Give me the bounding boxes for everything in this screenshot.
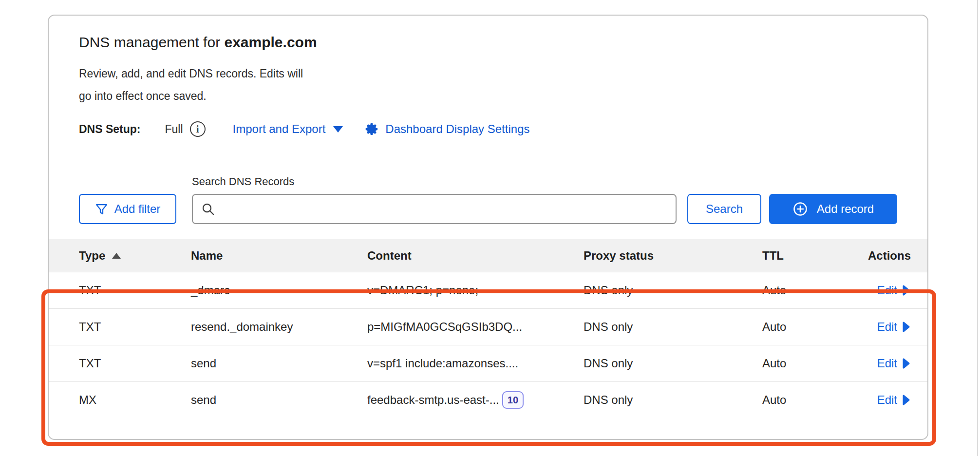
card-header-section: DNS management for example.com Review, a…: [49, 33, 927, 224]
edit-record-button[interactable]: Edit: [877, 320, 911, 334]
edit-record-button[interactable]: Edit: [877, 357, 911, 370]
column-header-ttl[interactable]: TTL: [762, 249, 848, 263]
dns-records-body: TXT _dmarc v=DMARC1; p=none; DNS only Au…: [49, 272, 927, 418]
edit-label: Edit: [877, 320, 897, 334]
table-header-row: Type Name Content Proxy status TTL Actio…: [49, 239, 927, 272]
page-subtitle: Review, add, and edit DNS records. Edits…: [79, 62, 927, 107]
table-row: TXT send v=spf1 include:amazonses.... DN…: [49, 345, 927, 381]
record-proxy-status-cell: DNS only: [584, 393, 762, 407]
dns-setup-value: Full: [165, 123, 183, 136]
column-header-name[interactable]: Name: [191, 249, 367, 263]
info-icon[interactable]: i: [190, 121, 206, 137]
dns-setup-row: DNS Setup: Full i Import and Export Dash…: [79, 120, 927, 138]
add-filter-button[interactable]: Add filter: [79, 194, 176, 224]
record-content-text: feedback-smtp.us-east-...: [367, 393, 499, 407]
record-proxy-status-cell: DNS only: [584, 357, 762, 370]
edit-record-button[interactable]: Edit: [877, 284, 911, 297]
chevron-right-icon: [902, 358, 911, 369]
record-name-cell: send: [191, 357, 367, 370]
dns-management-page: DNS management for example.com Review, a…: [0, 0, 980, 456]
column-header-type-label: Type: [79, 249, 105, 263]
page-title: DNS management for example.com: [79, 33, 927, 52]
record-content-cell: feedback-smtp.us-east-... 10: [367, 391, 584, 409]
import-export-label: Import and Export: [233, 122, 326, 136]
record-type-cell: TXT: [49, 357, 191, 370]
record-ttl-cell: Auto: [762, 284, 848, 297]
chevron-right-icon: [902, 285, 911, 296]
edit-label: Edit: [877, 284, 897, 297]
page-title-domain: example.com: [224, 34, 317, 50]
mx-priority-badge: 10: [502, 391, 524, 409]
search-button[interactable]: Search: [687, 194, 761, 224]
record-content-text: v=spf1 include:amazonses....: [367, 357, 518, 370]
record-proxy-status-cell: DNS only: [584, 320, 762, 334]
record-actions-cell: Edit: [877, 393, 927, 407]
chevron-right-icon: [902, 394, 911, 406]
page-title-prefix: DNS management for: [79, 34, 224, 50]
edit-record-button[interactable]: Edit: [877, 393, 911, 407]
chevron-right-icon: [902, 321, 911, 333]
page-edge-divider: [977, 0, 978, 456]
record-content-cell: v=DMARC1; p=none;: [367, 284, 584, 297]
record-ttl-cell: Auto: [762, 320, 848, 334]
search-box: [192, 194, 677, 224]
record-ttl-cell: Auto: [762, 393, 848, 407]
record-actions-cell: Edit: [877, 320, 927, 334]
record-content-text: v=DMARC1; p=none;: [367, 284, 478, 297]
dashboard-display-settings-link[interactable]: Dashboard Display Settings: [385, 122, 529, 136]
record-proxy-status-cell: DNS only: [584, 284, 762, 297]
chevron-down-icon: [333, 126, 343, 133]
record-actions-cell: Edit: [877, 284, 927, 297]
dns-management-card: DNS management for example.com Review, a…: [48, 15, 928, 440]
record-ttl-cell: Auto: [762, 357, 848, 370]
plus-circle-icon: [792, 201, 808, 217]
dns-setup-label: DNS Setup:: [79, 123, 141, 136]
add-filter-label: Add filter: [114, 202, 161, 216]
record-type-cell: TXT: [49, 284, 191, 297]
gear-icon: [364, 122, 379, 136]
table-row: TXT resend._domainkey p=MIGfMA0GCSqGSIb3…: [49, 308, 927, 345]
subtitle-line-2: go into effect once saved.: [79, 85, 927, 107]
record-name-cell: resend._domainkey: [191, 320, 367, 334]
sort-ascending-icon: [112, 253, 121, 259]
column-header-actions: Actions: [868, 249, 927, 263]
subtitle-line-1: Review, add, and edit DNS records. Edits…: [79, 62, 927, 85]
search-icon: [201, 202, 215, 216]
filter-funnel-icon: [95, 203, 108, 216]
search-records-label: Search DNS Records: [192, 175, 927, 188]
table-row: MX send feedback-smtp.us-east-... 10 DNS…: [49, 381, 927, 418]
record-name-cell: send: [191, 393, 367, 407]
record-name-cell: _dmarc: [191, 284, 367, 297]
table-controls-row: Add filter Search Add r: [79, 194, 927, 224]
table-row: TXT _dmarc v=DMARC1; p=none; DNS only Au…: [49, 272, 927, 308]
import-export-dropdown[interactable]: Import and Export: [233, 122, 343, 136]
record-type-cell: MX: [49, 393, 191, 407]
record-actions-cell: Edit: [877, 357, 927, 370]
edit-label: Edit: [877, 393, 897, 407]
dns-records-table: Type Name Content Proxy status TTL Actio…: [49, 239, 927, 418]
add-record-label: Add record: [817, 202, 874, 216]
column-header-type[interactable]: Type: [49, 249, 191, 263]
add-record-button[interactable]: Add record: [769, 194, 897, 224]
record-type-cell: TXT: [49, 320, 191, 334]
edit-label: Edit: [877, 357, 897, 370]
column-header-content[interactable]: Content: [367, 249, 584, 263]
record-content-cell: p=MIGfMA0GCSqGSIb3DQ...: [367, 320, 584, 334]
record-content-text: p=MIGfMA0GCSqGSIb3DQ...: [367, 320, 522, 334]
column-header-proxy-status[interactable]: Proxy status: [584, 249, 762, 263]
search-dns-records-input[interactable]: [221, 196, 668, 222]
record-content-cell: v=spf1 include:amazonses....: [367, 357, 584, 370]
